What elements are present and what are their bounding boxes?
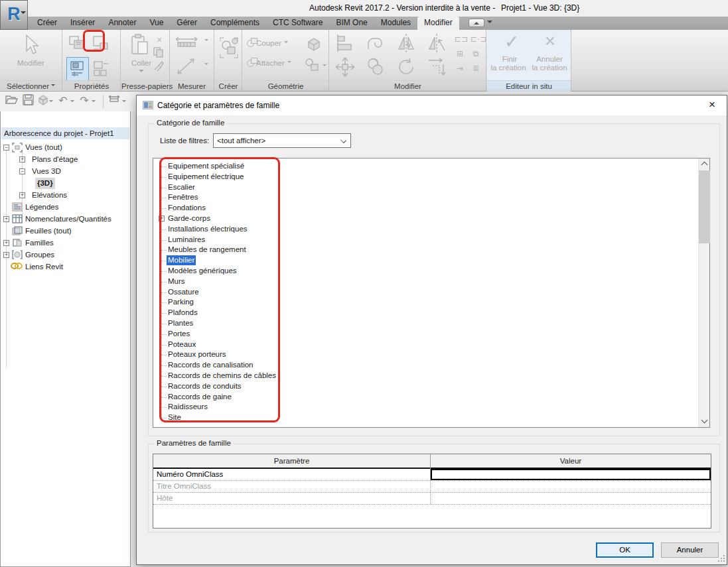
open-file-icon[interactable] [4,94,19,109]
chevron-down-icon[interactable] [122,100,126,104]
align-icon[interactable] [330,31,360,55]
filter-list-combobox[interactable]: <tout afficher> [213,133,351,148]
ribbon-collapse-caret-icon[interactable] [487,21,492,26]
panel-presse-papiers: Coller × Presse-papiers [121,30,170,92]
save-icon[interactable] [21,94,35,109]
tab-annoter[interactable]: Annoter [102,17,143,30]
panel-label-selectionner[interactable]: Sélectionner [0,80,62,92]
chevron-down-icon[interactable] [204,63,208,67]
match-properties-icon[interactable] [153,60,165,72]
aligned-dimension-icon[interactable] [175,56,198,78]
app-menu-button[interactable]: R [0,0,28,30]
scroll-up-icon[interactable] [699,158,710,170]
split-gap-icon[interactable]: ⊏·⊐ [471,32,481,47]
expand-icon[interactable] [3,216,9,222]
copy-icon[interactable] [360,55,391,79]
ribbon-collapse-button[interactable] [469,19,484,27]
mirror-draw-axis-icon[interactable] [421,31,452,55]
default-3d-view-icon[interactable] [36,94,50,109]
chevron-down-icon[interactable] [92,100,96,104]
chevron-down-icon[interactable] [70,100,74,104]
chevron-down-icon[interactable] [204,39,208,43]
copy-icon[interactable] [153,47,165,59]
close-icon[interactable]: × [699,95,725,115]
group-label: Catégorie de famille [154,119,227,127]
redo-icon[interactable]: ↷ [77,94,92,109]
family-parameters-button[interactable] [90,57,113,81]
collapse-icon[interactable] [19,168,25,174]
finish-label-line1[interactable]: Finir [490,55,530,63]
column-header-valeur: Valeur [431,454,711,469]
family-parameters-table: Paramètre Valeur Numéro OmniClass Titre … [153,454,711,529]
move-icon[interactable] [330,55,360,79]
delete-icon[interactable]: × [153,34,165,46]
revit-links-icon [11,262,23,273]
chevron-down-icon [340,137,346,143]
scrollbar[interactable] [698,158,709,427]
rotate-icon[interactable] [391,55,421,79]
scale-icon[interactable]: ⧉ [471,47,481,62]
tab-creer[interactable]: Créer [31,17,64,30]
unjoin-icon[interactable] [305,58,322,74]
tab-modifier[interactable]: Modifier [417,17,459,30]
mirror-icon[interactable] [391,31,421,55]
group-parametres-de-famille: Paramètres de famille Paramètre Valeur N… [148,444,720,533]
array-icon[interactable]: ⊞ [455,47,465,62]
expand-icon[interactable] [19,157,25,162]
cut-geometry-button[interactable]: Couper [247,39,288,47]
project-browser-header[interactable]: Arborescence du projet - Projet1 [1,127,129,139]
finish-label-line2[interactable]: la création [487,64,530,72]
expand-icon[interactable] [19,192,25,198]
measure-icon[interactable] [107,94,121,109]
undo-icon[interactable]: ↶ [56,94,70,109]
properties-button[interactable] [66,57,89,81]
param-name-cell: Titre OmniClass [153,481,431,492]
measure-icon[interactable] [174,35,199,50]
offset-icon[interactable] [360,31,391,55]
join-icon [247,60,254,67]
tab-vue[interactable]: Vue [143,17,170,30]
collapse-icon[interactable] [3,145,9,151]
views-icon [12,143,23,156]
align-right-icon[interactable]: ⇥ [455,62,465,76]
finish-check-icon[interactable]: ✓ [496,31,527,52]
split-element-icon[interactable]: ⊏⊐ [455,32,465,47]
scroll-down-icon[interactable] [699,416,710,427]
toolbar-separator [103,95,104,108]
tab-ctc-software[interactable]: CTC Software [266,17,329,30]
chevron-down-icon[interactable] [323,64,327,68]
create-group-icon[interactable] [218,35,240,62]
chevron-down-icon[interactable] [49,100,53,104]
expand-icon[interactable] [3,240,9,246]
paste-icon[interactable] [129,34,151,60]
param-name-cell: Numéro OmniClass [153,469,431,480]
trim-extend-icon[interactable] [421,55,452,79]
param-value-cell[interactable] [431,493,711,504]
cancel-x-icon[interactable]: × [535,31,565,52]
cut-icon [247,40,254,47]
tab-gerer[interactable]: Gérer [170,17,204,30]
ok-button[interactable]: OK [596,542,654,558]
panel-label-creer: Créer [215,80,242,92]
modify-cursor-icon[interactable] [20,34,40,58]
tab-inserer[interactable]: Insérer [64,17,102,30]
offset-lines-icon[interactable]: ≣ [471,62,481,76]
expand-icon[interactable] [3,252,9,258]
cancel-label-line1[interactable]: Annuler [530,55,569,63]
tab-modules[interactable]: Modules [374,17,417,30]
cancel-button[interactable]: Annuler [661,542,719,558]
show-hidden-icon[interactable] [306,36,322,53]
groups-icon [12,250,23,263]
panel-mesurer: Mesurer [170,30,214,92]
group-label: Paramètres de famille [154,439,234,447]
cancel-label-line2[interactable]: la création [528,64,571,72]
param-value-cell[interactable] [431,481,711,492]
scrollbar-thumb[interactable] [699,170,710,243]
tab-complements[interactable]: Compléments [204,17,266,30]
join-geometry-button[interactable]: Attacher [247,59,291,67]
panel-geometrie: Couper Attacher Géométrie [243,30,329,92]
tab-bim-one[interactable]: BIM One [329,17,374,30]
table-row: Hôte [153,493,711,505]
param-value-cell-selected[interactable] [431,469,711,480]
resize-grip[interactable] [719,556,725,562]
